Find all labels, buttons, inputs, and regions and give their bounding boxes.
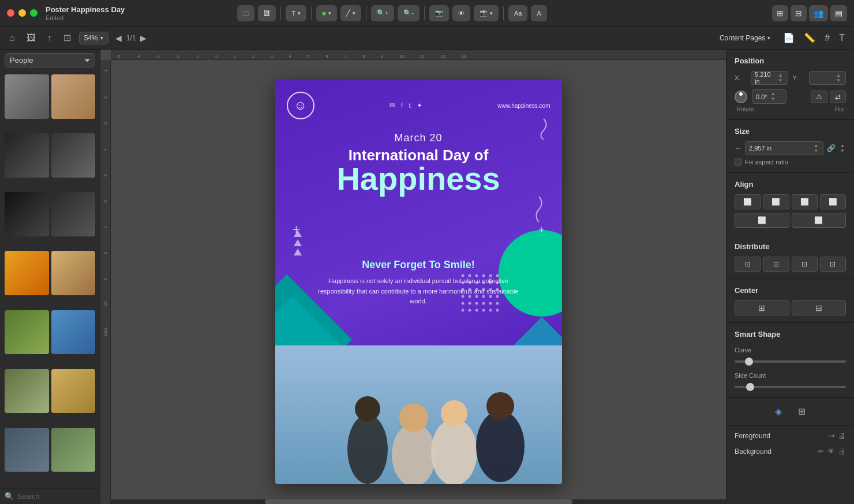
foreground-link-icon[interactable]: ⇢: [829, 431, 835, 440]
align-top-center-button[interactable]: ⬜: [763, 194, 789, 209]
flip-share-button[interactable]: ⇄: [830, 91, 846, 103]
home-button[interactable]: ⌂: [6, 31, 18, 46]
y-step-up[interactable]: ▲: [835, 73, 842, 78]
grid-view-button[interactable]: ⊞: [772, 5, 788, 21]
x-step-up[interactable]: ▲: [777, 73, 784, 78]
image-tool-button[interactable]: 📷: [429, 5, 449, 21]
flip-warning-button[interactable]: ⚠: [811, 91, 827, 103]
size-step-down2[interactable]: ▼: [839, 149, 846, 153]
list-item[interactable]: [5, 428, 49, 472]
curve-slider[interactable]: [735, 360, 846, 363]
align-top-right-button[interactable]: ⬜: [792, 194, 818, 209]
fullscreen-button[interactable]: [30, 9, 38, 17]
grid-toggle-button[interactable]: #: [821, 30, 833, 46]
zoom-selector[interactable]: 54% ▾: [79, 32, 108, 44]
content-pages-button[interactable]: Content Pages ▾: [715, 32, 775, 44]
share-button[interactable]: ↑: [44, 31, 55, 46]
list-item[interactable]: [5, 369, 49, 413]
zoom-in-button[interactable]: 🔍+: [371, 5, 394, 21]
background-eye-icon[interactable]: 👁: [827, 447, 835, 456]
center-title: Center: [735, 286, 846, 295]
close-button[interactable]: [7, 9, 14, 17]
rotate-handle[interactable]: [735, 91, 747, 103]
poster-container[interactable]: ☺ ✉ f t ✦ www.happiness.com + +: [275, 80, 562, 484]
size-stepper2[interactable]: ▲ ▼: [839, 144, 846, 153]
next-page-button[interactable]: ▶: [138, 32, 149, 44]
zoom-value: 54%: [84, 34, 98, 42]
list-item[interactable]: [51, 428, 96, 472]
image-view-button[interactable]: 🖼: [23, 31, 39, 46]
category-select[interactable]: People Nature Architecture: [5, 53, 95, 67]
scrollbar-thumb[interactable]: [265, 499, 572, 504]
distribute-right-button[interactable]: ⊡: [792, 257, 818, 272]
search-input[interactable]: [17, 492, 104, 501]
x-value-field[interactable]: 5,210 in ▲ ▼: [751, 71, 788, 85]
shape-tool-button[interactable]: ■ ▾: [316, 5, 337, 21]
align-top-left-button[interactable]: ⬜: [735, 194, 761, 209]
preview-button[interactable]: 👁: [452, 5, 470, 21]
aa-button[interactable]: Aa: [508, 5, 527, 21]
poster[interactable]: ☺ ✉ f t ✦ www.happiness.com + +: [275, 80, 562, 484]
distribute-bottom-button[interactable]: ⊡: [820, 257, 846, 272]
font-button[interactable]: A: [531, 5, 546, 21]
list-item[interactable]: [5, 251, 49, 295]
y-step-down[interactable]: ▼: [835, 78, 842, 83]
x-step-down[interactable]: ▼: [777, 78, 784, 83]
prev-page-button[interactable]: ◀: [113, 32, 124, 44]
select-tool-button[interactable]: ⬚: [237, 5, 254, 21]
size-value-field[interactable]: 2,957 in ▲ ▼: [745, 141, 823, 155]
size-step-up2[interactable]: ▲: [839, 144, 846, 148]
align-v-center-button[interactable]: ⬜: [735, 213, 789, 228]
list-item[interactable]: [51, 310, 96, 355]
list-item[interactable]: [5, 74, 49, 119]
list-item[interactable]: [5, 192, 49, 236]
center-vertical-button[interactable]: ⊞: [735, 300, 789, 315]
zoom-out-button[interactable]: 🔍-: [398, 5, 419, 21]
size-stepper[interactable]: ▲ ▼: [812, 144, 819, 153]
align-middle-button[interactable]: ⬜: [820, 194, 846, 209]
list-item[interactable]: [51, 133, 96, 178]
side-count-slider[interactable]: [735, 386, 846, 388]
zoom-out-icon: 🔍-: [403, 9, 414, 17]
distribute-left-button[interactable]: ⊡: [735, 257, 761, 272]
rotate-stepper[interactable]: ▲ ▼: [770, 92, 777, 101]
minimize-button[interactable]: [18, 9, 26, 17]
horizontal-scrollbar[interactable]: [111, 499, 726, 504]
foreground-print-icon[interactable]: 🖨: [838, 431, 846, 440]
y-stepper[interactable]: ▲ ▼: [835, 73, 842, 83]
media-tool-button[interactable]: 🖼: [258, 5, 276, 21]
grid-tab[interactable]: ⊞: [796, 404, 808, 419]
rotate-step-up[interactable]: ▲: [770, 92, 777, 96]
list-item[interactable]: [51, 74, 96, 119]
background-print-icon[interactable]: 🖨: [838, 447, 846, 456]
canvas-area[interactable]: -5 -4 -3 -2 -1 0 1 2 3 4 5 6 7 8 9 10 11…: [100, 50, 726, 504]
list-item[interactable]: [5, 310, 49, 355]
camera-button[interactable]: 📸 ▾: [474, 5, 499, 21]
list-item[interactable]: [5, 133, 49, 178]
rotate-step-down[interactable]: ▼: [770, 97, 777, 101]
people-button[interactable]: 👥: [809, 5, 828, 21]
active-view-button[interactable]: ▤: [830, 5, 847, 21]
layers-tab[interactable]: ◈: [773, 404, 784, 419]
size-step-down[interactable]: ▼: [812, 149, 819, 153]
ruler-button[interactable]: 📏: [800, 30, 819, 46]
fix-aspect-checkbox[interactable]: [735, 159, 741, 166]
y-value-field[interactable]: ▲ ▼: [809, 71, 846, 85]
text-format-button[interactable]: T: [836, 30, 848, 46]
line-tool-button[interactable]: ╱ ▾: [340, 5, 361, 21]
size-step-up[interactable]: ▲: [812, 144, 819, 148]
distribute-center-button[interactable]: ⊡: [763, 257, 789, 272]
center-horizontal-button[interactable]: ⊟: [792, 300, 846, 315]
list-item[interactable]: [51, 192, 96, 236]
export-button[interactable]: ⊡: [60, 30, 74, 46]
add-page-button[interactable]: 📄: [780, 30, 798, 46]
main-toolbar: ⬚ 🖼 T ▾ ■ ▾ ╱ ▾ 🔍+ 🔍- 📷 👁: [237, 5, 546, 21]
rotate-field[interactable]: 0.0° ▲ ▼: [752, 89, 786, 104]
list-item[interactable]: [51, 369, 96, 413]
list-item[interactable]: [51, 251, 96, 295]
align-h-center-button[interactable]: ⬜: [792, 213, 846, 228]
text-tool-button[interactable]: T ▾: [286, 5, 306, 21]
background-edit-icon[interactable]: ✏: [818, 447, 824, 456]
layout-button[interactable]: ⊟: [791, 5, 807, 21]
x-stepper[interactable]: ▲ ▼: [777, 73, 784, 83]
